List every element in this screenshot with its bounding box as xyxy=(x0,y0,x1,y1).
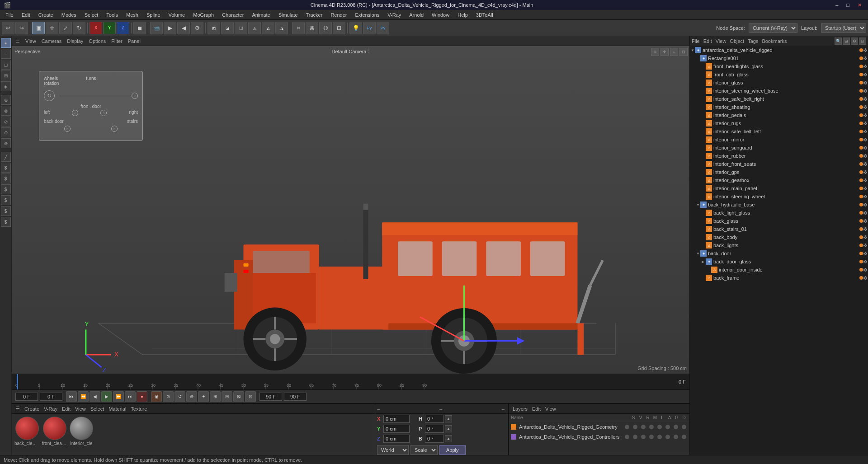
undo-button[interactable]: ↩ xyxy=(2,22,14,34)
mat-menu-view[interactable]: View xyxy=(75,406,86,412)
layers-menu-edit[interactable]: Edit xyxy=(532,406,541,412)
coord-y-pos[interactable] xyxy=(383,425,410,433)
light-button[interactable]: 💡 xyxy=(349,22,362,34)
menu-window[interactable]: Window xyxy=(428,11,453,19)
left-icon-tool7[interactable]: $ xyxy=(1,163,11,173)
move-button[interactable]: ✛ xyxy=(46,22,58,34)
mode-9-button[interactable]: ⊡ xyxy=(245,391,256,402)
left-icon-tool3[interactable]: ⊘ xyxy=(1,117,11,127)
menu-arnold[interactable]: Arnold xyxy=(406,11,427,19)
menu-volume[interactable]: Volume xyxy=(165,11,189,19)
left-icon-tool5[interactable]: ⊚ xyxy=(1,138,11,148)
mat-menu-texture[interactable]: Texture xyxy=(131,406,147,412)
scale-button[interactable]: ⤢ xyxy=(59,22,72,34)
tree-item-interior-safe-belt-left[interactable]: △interior_safe_belt_left xyxy=(690,127,868,136)
mode-1-button[interactable]: ◉ xyxy=(151,391,162,402)
redo-button[interactable]: ↪ xyxy=(15,22,28,34)
python-button[interactable]: Py xyxy=(363,22,376,34)
frame-start-input[interactable] xyxy=(15,393,38,401)
mat-menu-select[interactable]: Select xyxy=(90,406,104,412)
coord-transform-select[interactable]: Scale xyxy=(410,445,438,455)
left-icon-tool10[interactable]: $ xyxy=(1,195,11,205)
tree-item-interior-sheating[interactable]: △interior_sheating xyxy=(690,103,868,111)
step-forward-button[interactable]: ⏩ xyxy=(113,391,124,402)
mode-5-button[interactable]: ✦ xyxy=(198,391,209,402)
viewport-menu-options[interactable]: Options xyxy=(89,38,106,44)
obj-mgr-search[interactable]: 🔍 xyxy=(835,37,842,45)
python2-button[interactable]: Py xyxy=(377,22,389,34)
frame-current-input[interactable] xyxy=(40,393,62,401)
coord-x-pos[interactable] xyxy=(383,415,410,423)
select-box-button[interactable]: ▣ xyxy=(32,22,45,34)
tree-item-interior-door-inside[interactable]: △interior_door_inside xyxy=(690,266,868,274)
coord-p[interactable] xyxy=(425,425,444,433)
obj-mgr-filter[interactable]: ⊞ xyxy=(843,37,850,45)
mode-2-button[interactable]: ⊙ xyxy=(163,391,174,402)
menu-tracker[interactable]: Tracker xyxy=(302,11,326,19)
obj-mgr-file[interactable]: File xyxy=(692,38,700,44)
tree-item-interior-front-seats[interactable]: △interior_front_seats xyxy=(690,160,868,168)
tree-item-root[interactable]: ▼ ◈ antarctica_delta_vehicle_rigged xyxy=(690,46,868,54)
menu-v-ray[interactable]: V-Ray xyxy=(384,11,405,19)
play-end-button[interactable]: ⏭ xyxy=(125,391,136,402)
tree-item-back-body[interactable]: △back_body xyxy=(690,233,868,241)
viewport-menu-filter[interactable]: Filter xyxy=(111,38,122,44)
obj-mgr-edit[interactable]: Edit xyxy=(703,38,712,44)
render-button[interactable]: ◀ xyxy=(177,22,190,34)
material-item-3[interactable]: interior_cle xyxy=(70,417,93,446)
left-icon-tool8[interactable]: $ xyxy=(1,173,11,183)
close-button[interactable]: ✕ xyxy=(855,2,864,8)
menu-mograph[interactable]: MoGraph xyxy=(189,11,217,19)
left-icon-tool2[interactable]: ⊗ xyxy=(1,106,11,116)
rotate-button[interactable]: ↻ xyxy=(73,22,85,34)
phong-button[interactable]: ◬ xyxy=(248,22,261,34)
menu-animate[interactable]: Animate xyxy=(248,11,274,19)
record-button[interactable]: ● xyxy=(137,391,147,402)
mat-menu-create[interactable]: Create xyxy=(24,406,39,412)
obj-mgr-tags[interactable]: Tags xyxy=(748,38,758,44)
menu-modes[interactable]: Modes xyxy=(58,11,80,19)
render-settings-button[interactable]: ⚙ xyxy=(191,22,203,34)
maximize-button[interactable]: □ xyxy=(844,2,852,8)
coord-x-expand[interactable]: ▲ xyxy=(445,415,452,422)
tree-item-rect001[interactable]: ◈ Rectangle001 xyxy=(690,54,868,62)
mat-menu-icon[interactable]: ☰ xyxy=(15,406,20,412)
axis-x-button[interactable]: X xyxy=(90,22,102,34)
viewport-3d[interactable]: Perspective Default Camera ⁚ ⊕ ✛ ↔ ⊡ whe… xyxy=(12,46,689,374)
render-region-button[interactable]: 📹 xyxy=(150,22,163,34)
wireframe-button[interactable]: ◩ xyxy=(208,22,220,34)
mat-menu-vray[interactable]: V-Ray xyxy=(44,406,57,412)
play-button[interactable]: ▶ xyxy=(101,391,112,402)
layer-row-geometry[interactable]: Antarctica_Delta_Vehicle_Rigged_Geometry xyxy=(509,422,689,432)
left-icon-tool6[interactable]: ╱ xyxy=(1,152,11,162)
menu-help[interactable]: Help xyxy=(454,11,472,19)
deform-button[interactable]: ⌗ xyxy=(292,22,305,34)
mode-7-button[interactable]: ⊟ xyxy=(222,391,232,402)
tree-item-interior-main-panel[interactable]: △interior_main_panel xyxy=(690,184,868,192)
left-icon-uv[interactable]: ⊞ xyxy=(1,70,11,80)
menu-create[interactable]: Create xyxy=(35,11,57,19)
layers-menu-view[interactable]: View xyxy=(545,406,556,412)
tree-item-back-stairs-01[interactable]: △back_stairs_01 xyxy=(690,225,868,233)
tree-item-back-frame[interactable]: △back_frame xyxy=(690,274,868,282)
tree-item-back-glass[interactable]: △back_glass xyxy=(690,217,868,225)
step-back-button[interactable]: ⏪ xyxy=(78,391,89,402)
coord-b[interactable] xyxy=(425,435,444,443)
viewport-menu-display[interactable]: Display xyxy=(67,38,83,44)
left-icon-tool1[interactable]: ⊕ xyxy=(1,95,11,105)
tree-item-interior-steering-wheel[interactable]: △interior_steering_wheel xyxy=(690,192,868,201)
constant-button[interactable]: ◮ xyxy=(275,22,288,34)
tree-item-interior-glass[interactable]: △interior_glass xyxy=(690,79,868,87)
tree-item-interior-steering-wheel-base[interactable]: △interior_steering_wheel_base xyxy=(690,87,868,95)
snap-button[interactable]: ⊡ xyxy=(333,22,345,34)
object-button[interactable]: ◼ xyxy=(133,22,146,34)
tree-item-interior-sunguard[interactable]: △interior_sunguard xyxy=(690,144,868,152)
play-back-button[interactable]: ◀ xyxy=(90,391,100,402)
menu-spline[interactable]: Spline xyxy=(143,11,164,19)
left-icon-tool12[interactable]: $ xyxy=(1,217,11,227)
obj-mgr-bookmarks[interactable]: Bookmarks xyxy=(762,38,787,44)
menu-extensions[interactable]: Extensions xyxy=(351,11,383,19)
mode-6-button[interactable]: ⊞ xyxy=(210,391,221,402)
obj-mgr-expand[interactable]: ⊡ xyxy=(859,37,866,45)
coord-space-select[interactable]: World xyxy=(377,445,409,455)
